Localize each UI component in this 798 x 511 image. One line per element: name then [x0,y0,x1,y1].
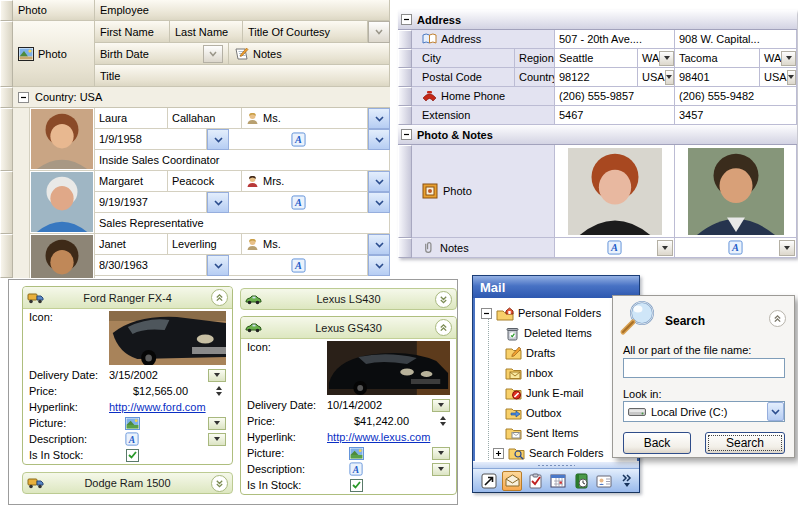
collapse-icon[interactable] [401,14,412,25]
courtesy-dropdown-button[interactable] [368,171,390,192]
last-name-cell[interactable]: Peacock [168,171,242,192]
notes-dropdown-button[interactable] [779,240,795,256]
section-header-photo-notes[interactable]: Photo & Notes [398,125,797,145]
hyperlink-value[interactable]: http://www.lexus.com [327,431,430,443]
column-header-title[interactable]: Title [95,65,390,87]
home-phone-cell[interactable]: (206) 555-9857 [555,87,675,106]
contacts-button[interactable] [594,471,614,491]
photo-cell[interactable] [30,234,95,278]
expand-icon[interactable] [493,448,504,459]
notes-cell[interactable]: A [675,238,797,258]
row-header-notes[interactable]: Notes [412,238,555,258]
row-header-city[interactable]: City [412,49,515,68]
row-header-photo[interactable]: Photo [412,145,555,238]
row-header-address[interactable]: Address [412,30,555,49]
birth-date-cell[interactable]: 8/30/1963 [95,255,207,276]
courtesy-dropdown-button[interactable] [368,234,390,255]
region-cell[interactable]: WA [760,49,797,68]
photo-cell[interactable] [555,145,675,238]
birth-date-cell[interactable]: 9/19/1937 [95,192,207,213]
title-cell[interactable]: Sales Representative [95,213,390,234]
column-header-notes[interactable]: Notes [229,43,390,65]
description-dropdown-button[interactable] [432,463,450,476]
courtesy-cell[interactable]: Ms. [242,234,368,255]
row-header-country[interactable]: Country [515,68,555,87]
combo-dropdown-button[interactable] [767,402,784,421]
first-name-cell[interactable]: Janet [95,234,168,255]
delivery-date-value[interactable]: 3/15/2002 [109,369,158,381]
expand-card-button[interactable] [211,475,228,492]
courtesy-cell[interactable]: Ms. [242,108,368,129]
richtext-icon[interactable]: A [125,432,139,446]
picture-icon[interactable] [349,447,364,460]
postal-cell[interactable]: 98122 [555,68,638,87]
tree-node-personal-folders[interactable]: Personal Folders [481,304,601,322]
toolbar-overflow-button[interactable] [617,471,637,491]
last-name-cell[interactable]: Leverling [168,234,242,255]
country-cell[interactable]: USA [638,68,675,87]
tree-node-outbox[interactable]: Outbox [505,404,561,422]
notes-dropdown-button[interactable] [368,192,390,213]
courtesy-cell[interactable]: Mrs. [242,171,368,192]
photo-cell[interactable] [675,145,797,238]
delivery-date-value[interactable]: 10/14/2002 [327,399,382,411]
group-row-country-usa[interactable]: Country: USA [13,87,390,108]
courtesy-dropdown-button[interactable] [368,108,390,129]
card-header[interactable]: Ford Ranger FX-4 [23,287,232,309]
home-phone-cell[interactable]: (206) 555-9482 [675,87,797,106]
address-cell[interactable]: 507 - 20th Ave.... [555,30,675,49]
hyperlink-value[interactable]: http://www.ford.com [109,401,206,413]
row-header-home-phone[interactable]: Home Phone [412,87,555,106]
tree-node-sent-items[interactable]: Sent Items [505,424,579,442]
price-value[interactable]: $12,565.00 [133,385,188,397]
look-in-combobox[interactable]: Local Drive (C:) [623,401,785,422]
first-name-cell[interactable]: Laura [95,108,168,129]
column-header-first-name[interactable]: First Name [95,21,170,43]
notes-dropdown-button[interactable] [657,240,673,256]
extension-cell[interactable]: 5467 [555,106,675,125]
description-dropdown-button[interactable] [208,433,226,446]
postal-cell[interactable]: 98401 [675,68,760,87]
filter-dropdown-button[interactable] [368,21,390,43]
expand-card-button[interactable] [435,291,452,308]
region-cell[interactable]: WA [638,49,675,68]
region-dropdown-button[interactable] [781,51,796,66]
photo-cell[interactable] [30,171,95,234]
file-name-input[interactable] [623,358,785,378]
tree-node-search-folders[interactable]: Search Folders [493,444,604,462]
date-dropdown-button[interactable] [432,399,450,412]
city-cell[interactable]: Seattle [555,49,638,68]
birth-date-dropdown-button[interactable] [207,129,229,150]
picture-icon[interactable] [125,417,140,430]
first-name-cell[interactable]: Margaret [95,171,168,192]
column-header-birth-date[interactable]: Birth Date [95,43,229,65]
tasks-button[interactable] [525,471,545,491]
picture-dropdown-button[interactable] [432,447,450,460]
section-header-address[interactable]: Address [398,10,797,30]
country-dropdown-button[interactable] [787,70,796,85]
journal-button[interactable] [571,471,591,491]
notes-cell[interactable]: A [555,238,675,258]
birth-date-dropdown-button[interactable] [207,192,229,213]
collapse-icon[interactable] [481,308,492,319]
price-spinner[interactable] [212,386,226,396]
pane-splitter[interactable] [473,461,639,468]
title-cell[interactable]: Inside Sales Coordinator [95,150,390,171]
band-header-employee[interactable]: Employee [95,0,390,21]
collapse-icon[interactable] [18,92,29,103]
tree-node-inbox[interactable]: Inbox [505,364,553,382]
band-header-photo[interactable]: Photo [13,0,95,21]
city-cell[interactable]: Tacoma [675,49,760,68]
region-dropdown-button[interactable] [659,51,674,66]
price-value[interactable]: $41,242.00 [354,415,409,427]
column-header-title-of-courtesy[interactable]: Title Of Courtesy [243,21,368,43]
column-header-last-name[interactable]: Last Name [170,21,243,43]
richtext-icon[interactable]: A [349,462,363,476]
collapse-icon[interactable] [401,129,412,140]
picture-dropdown-button[interactable] [208,417,226,430]
photo-cell[interactable] [30,108,95,171]
shortcuts-button[interactable] [479,471,499,491]
birth-date-cell[interactable]: 1/9/1958 [95,129,207,150]
card-header[interactable]: Lexus GS430 [241,317,456,339]
in-stock-checkbox[interactable] [126,449,139,462]
